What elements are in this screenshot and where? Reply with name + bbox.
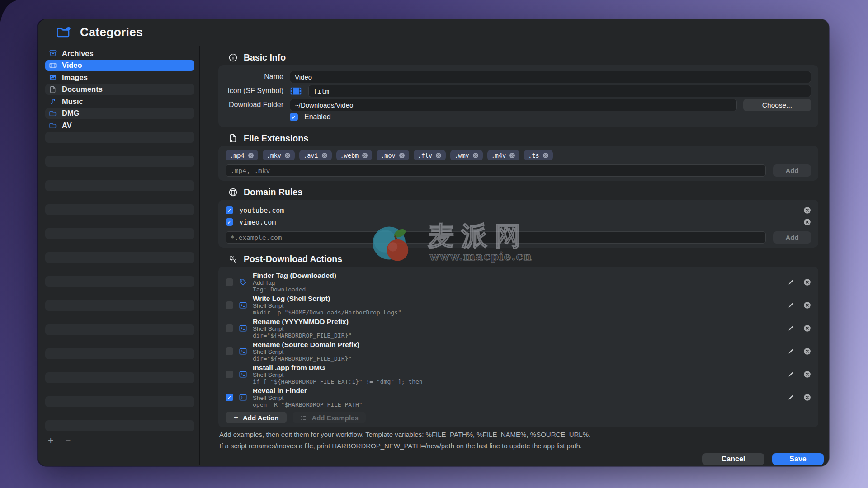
delete-action-icon[interactable]	[803, 278, 811, 286]
domain-rules-heading: Domain Rules	[228, 187, 818, 197]
sidebar-item-dmg[interactable]: DMG	[45, 108, 194, 119]
remove-category-button[interactable]: −	[65, 436, 71, 445]
sidebar-item-video[interactable]: Video	[45, 60, 194, 71]
add-category-button[interactable]: +	[48, 436, 53, 445]
extension-tag-label: .mp4	[230, 152, 245, 159]
add-extension-button[interactable]: Add	[773, 164, 811, 177]
sidebar-empty-row	[45, 228, 194, 239]
remove-extension-icon[interactable]	[284, 152, 291, 159]
edit-action-icon[interactable]	[787, 348, 794, 355]
action-checkbox[interactable]	[226, 371, 233, 378]
help-text-line1: Add examples, then edit them for your wo…	[219, 431, 818, 439]
action-row: Rename (YYYYMMDD Prefix) Shell Script di…	[226, 317, 811, 340]
choose-folder-button[interactable]: Choose...	[743, 99, 811, 111]
gears-icon	[228, 254, 238, 264]
action-code: Tag: Downloaded	[253, 286, 782, 293]
edit-action-icon[interactable]	[787, 302, 794, 309]
extension-tag-label: .m4v	[491, 152, 506, 159]
categories-window: Categories Archives Video Images Documen…	[38, 19, 829, 466]
action-code: if [ "${HARBORDROP_FILE_EXT:1}" != "dmg"…	[253, 378, 782, 385]
sidebar-item-music[interactable]: Music	[45, 96, 194, 107]
remove-domain-icon[interactable]	[803, 218, 811, 226]
action-title: Install .app from DMG	[253, 364, 782, 371]
add-examples-button[interactable]: Add Examples	[293, 412, 365, 423]
remove-extension-icon[interactable]	[321, 152, 328, 159]
delete-action-icon[interactable]	[803, 324, 811, 332]
titlebar: Categories	[56, 25, 143, 39]
domain-rule-label: youtube.com	[239, 206, 284, 215]
remove-extension-icon[interactable]	[435, 152, 442, 159]
delete-action-icon[interactable]	[803, 301, 811, 309]
extension-tag: .mkv	[263, 150, 295, 160]
sidebar-item-documents[interactable]: Documents	[45, 84, 194, 95]
film-preview-icon	[290, 86, 302, 96]
terminal-icon	[239, 347, 247, 356]
remove-extension-icon[interactable]	[362, 152, 368, 159]
action-title: Reveal in Finder	[253, 387, 782, 394]
remove-extension-icon[interactable]	[542, 152, 549, 159]
domain-rules-panel: youtube.com vimeo.com Add	[218, 200, 818, 248]
remove-extension-icon[interactable]	[509, 152, 515, 159]
window-title: Categories	[80, 25, 143, 39]
remove-extension-icon[interactable]	[248, 152, 254, 159]
extension-tag: .flv	[414, 150, 446, 160]
post-download-actions-panel: Finder Tag (Downloaded) Add Tag Tag: Dow…	[218, 267, 818, 427]
category-detail: Basic Info Name Icon (SF Symbol) Downloa…	[218, 46, 818, 466]
folder-gear-icon	[56, 26, 71, 39]
sidebar-empty-row	[45, 372, 194, 383]
action-title: Rename (Source Domain Prefix)	[253, 341, 782, 348]
sidebar-empty-row	[45, 240, 194, 251]
sidebar-item-av[interactable]: AV	[45, 120, 194, 131]
sidebar-empty-row	[45, 264, 194, 275]
action-code: dir="${HARBORDROP_FILE_DIR}"	[253, 355, 782, 362]
cancel-button[interactable]: Cancel	[702, 453, 764, 465]
add-domain-button[interactable]: Add	[773, 231, 811, 244]
extension-tag: .avi	[299, 150, 332, 160]
sidebar-item-images[interactable]: Images	[45, 72, 194, 83]
extension-tag: .m4v	[487, 150, 520, 160]
name-input[interactable]	[290, 71, 811, 83]
domain-rule-checkbox[interactable]	[226, 218, 233, 226]
add-action-button[interactable]: + Add Action	[226, 412, 287, 423]
extension-tag-label: .ts	[528, 152, 539, 159]
action-checkbox[interactable]	[226, 278, 233, 286]
action-title: Write Log (Shell Script)	[253, 295, 782, 302]
action-checkbox[interactable]	[226, 394, 233, 401]
tag-icon	[239, 278, 247, 286]
extension-tag-label: .wmv	[454, 152, 469, 159]
sidebar-empty-row	[45, 204, 194, 215]
sidebar-empty-row	[45, 252, 194, 263]
domain-input[interactable]	[226, 231, 766, 244]
extension-tag: .mp4	[226, 150, 258, 160]
sidebar-divider	[199, 46, 200, 465]
sidebar-item-archives[interactable]: Archives	[45, 48, 194, 59]
edit-action-icon[interactable]	[787, 394, 794, 401]
remove-extension-icon[interactable]	[472, 152, 479, 159]
edit-action-icon[interactable]	[787, 279, 794, 286]
sidebar-empty-row	[45, 396, 194, 407]
extension-tag-list: .mp4 .mkv .avi .webm .mov .flv .wmv .m4v…	[226, 150, 811, 160]
save-button[interactable]: Save	[772, 453, 824, 465]
action-subtitle: Shell Script	[253, 302, 782, 309]
action-checkbox[interactable]	[226, 347, 233, 355]
delete-action-icon[interactable]	[803, 371, 811, 378]
remove-domain-icon[interactable]	[803, 206, 811, 214]
remove-extension-icon[interactable]	[399, 152, 405, 159]
extension-input[interactable]	[226, 164, 766, 177]
enabled-checkbox[interactable]	[290, 113, 298, 121]
sf-symbol-input[interactable]	[308, 85, 811, 97]
sidebar-empty-row	[45, 324, 194, 335]
sidebar-empty-row	[45, 180, 194, 191]
delete-action-icon[interactable]	[803, 394, 811, 401]
delete-action-icon[interactable]	[803, 347, 811, 355]
action-checkbox[interactable]	[226, 301, 233, 309]
edit-action-icon[interactable]	[787, 325, 794, 332]
action-row: Install .app from DMG Shell Script if [ …	[226, 363, 811, 386]
sidebar-empty-row	[45, 156, 194, 167]
basic-info-panel: Name Icon (SF Symbol) Download Folder Ch…	[218, 65, 818, 127]
domain-rule-checkbox[interactable]	[226, 206, 233, 214]
edit-action-icon[interactable]	[787, 371, 794, 378]
download-folder-input[interactable]	[290, 99, 737, 111]
action-checkbox[interactable]	[226, 324, 233, 332]
sidebar-empty-row	[45, 300, 194, 311]
